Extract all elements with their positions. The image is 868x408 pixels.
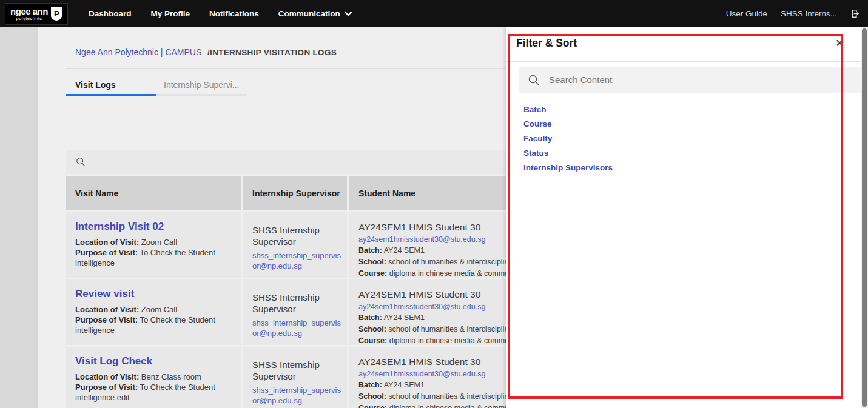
supervisor-name: SHSS Internship Supervisor	[252, 359, 337, 382]
nav-link-user-guide[interactable]: User Guide	[726, 9, 767, 18]
nav-item-notifications[interactable]: Notifications	[209, 9, 259, 18]
chevron-down-icon	[344, 11, 352, 17]
supervisor-cell: SHSS Internship Supervisor shss_internsh…	[243, 347, 347, 408]
batch-value: AY24 SEM1	[384, 381, 425, 389]
location-value: Zoom Call	[141, 238, 177, 247]
visit-location: Location of Visit: Benz Class room	[75, 372, 231, 382]
logo-line2: polytechnic	[10, 16, 48, 21]
filter-sort-panel: Filter & Sort ✕ Batch Course Faculty Sta…	[506, 27, 861, 408]
tab-indicator-active	[66, 94, 156, 96]
header-visit-name[interactable]: Visit Name	[66, 176, 241, 210]
supervisor-cell: SHSS Internship Supervisor shss_internsh…	[243, 279, 347, 345]
header-internship-supervisor[interactable]: Internship Supervisor	[243, 176, 347, 210]
header-divider	[66, 68, 506, 69]
breadcrumb: Ngee Ann Polytechnic | CAMPUS /INTERNSHI…	[75, 47, 337, 57]
close-icon[interactable]: ✕	[832, 36, 847, 50]
filter-option-course[interactable]: Course	[523, 117, 613, 132]
breadcrumb-current-page: /INTERNSHIP VISITATION LOGS	[207, 48, 337, 57]
supervisor-name: SHSS Internship Supervisor	[252, 224, 337, 247]
supervisor-email-link[interactable]: shss_internship_supervisor@np.edu.sg	[252, 385, 343, 406]
course-label: Course:	[358, 336, 387, 345]
filter-search-field[interactable]	[519, 67, 861, 93]
batch-value: AY24 SEM1	[384, 313, 425, 322]
nav-item-communication-label: Communication	[278, 9, 340, 18]
panel-divider	[506, 61, 861, 62]
visit-cell: Internship Visit 02 Location of Visit: Z…	[66, 212, 241, 278]
filter-panel-title: Filter & Sort	[516, 37, 577, 50]
visit-name-link[interactable]: Review visit	[75, 288, 231, 300]
logout-icon[interactable]	[850, 8, 861, 19]
batch-label: Batch:	[358, 313, 382, 322]
location-label: Location of Visit:	[75, 372, 139, 381]
visit-name-link[interactable]: Internship Visit 02	[75, 221, 231, 233]
visit-purpose: Purpose of Visit: To Check the Student i…	[75, 315, 231, 335]
visit-cell: Review visit Location of Visit: Zoom Cal…	[66, 279, 241, 345]
visit-location: Location of Visit: Zoom Call	[75, 304, 231, 315]
purpose-label: Purpose of Visit:	[75, 383, 138, 392]
filter-option-batch[interactable]: Batch	[523, 102, 613, 117]
nav-menu: Dashboard My Profile Notifications Commu…	[89, 9, 352, 18]
logo-text: ngee ann polytechnic	[10, 7, 48, 21]
filter-options-list: Batch Course Faculty Status Internship S…	[523, 102, 613, 175]
shield-logo-icon: P	[50, 7, 62, 21]
tab-indicator	[66, 94, 247, 96]
school-label: School:	[358, 258, 386, 266]
left-gutter	[0, 27, 38, 408]
nav-link-current-user[interactable]: SHSS Interns...	[781, 9, 837, 18]
batch-label: Batch:	[358, 381, 382, 389]
batch-value: AY24 SEM1	[384, 246, 425, 255]
visit-cell: Visit Log Check Location of Visit: Benz …	[66, 347, 241, 408]
nav-right: User Guide SHSS Interns...	[726, 8, 868, 19]
supervisor-name: SHSS Internship Supervisor	[252, 292, 337, 315]
location-label: Location of Visit:	[75, 238, 139, 247]
search-icon	[75, 156, 86, 167]
batch-label: Batch:	[358, 246, 382, 255]
filter-option-faculty[interactable]: Faculty	[523, 132, 613, 146]
visit-purpose: Purpose of Visit: To Check the Student i…	[75, 382, 231, 403]
search-icon	[528, 74, 540, 86]
ngee-ann-logo[interactable]: ngee ann polytechnic P	[5, 3, 68, 25]
school-label: School:	[358, 325, 386, 333]
visit-purpose: Purpose of Visit: To Check the Student i…	[75, 247, 231, 268]
nav-item-my-profile[interactable]: My Profile	[151, 9, 190, 18]
logo-line1: ngee ann	[10, 7, 48, 16]
filter-option-status[interactable]: Status	[523, 146, 613, 161]
breadcrumb-campus-link[interactable]: Ngee Ann Polytechnic | CAMPUS	[75, 47, 201, 57]
visit-name-link[interactable]: Visit Log Check	[75, 355, 231, 367]
svg-text:P: P	[54, 9, 59, 18]
supervisor-cell: SHSS Internship Supervisor shss_internsh…	[243, 212, 347, 278]
filter-search-input[interactable]	[549, 75, 840, 85]
purpose-label: Purpose of Visit:	[75, 248, 138, 257]
nav-item-dashboard[interactable]: Dashboard	[89, 9, 132, 18]
supervisor-email-link[interactable]: shss_internship_supervisor@np.edu.sg	[252, 250, 343, 271]
tab-internship-supervisors[interactable]: Internship Supervi...	[156, 76, 247, 94]
top-navbar: ngee ann polytechnic P Dashboard My Prof…	[0, 0, 868, 27]
location-label: Location of Visit:	[75, 305, 139, 314]
course-label: Course:	[358, 404, 387, 408]
scrollbar-thumb[interactable]	[862, 28, 867, 407]
school-label: School:	[358, 392, 386, 401]
course-label: Course:	[358, 269, 387, 278]
purpose-label: Purpose of Visit:	[75, 315, 138, 324]
filter-option-internship-supervisors[interactable]: Internship Supervisors	[523, 161, 613, 175]
tab-bar: Visit Logs Internship Supervi...	[66, 76, 247, 94]
filter-panel-header: Filter & Sort ✕	[506, 27, 861, 61]
vertical-scrollbar[interactable]	[861, 27, 868, 408]
location-value: Zoom Call	[141, 305, 177, 314]
location-value: Benz Class room	[141, 372, 201, 381]
nav-item-communication[interactable]: Communication	[278, 9, 352, 18]
visit-location: Location of Visit: Zoom Call	[75, 237, 231, 247]
tab-indicator-track	[156, 94, 247, 96]
supervisor-email-link[interactable]: shss_internship_supervisor@np.edu.sg	[252, 318, 343, 338]
tab-visit-logs[interactable]: Visit Logs	[66, 76, 156, 94]
